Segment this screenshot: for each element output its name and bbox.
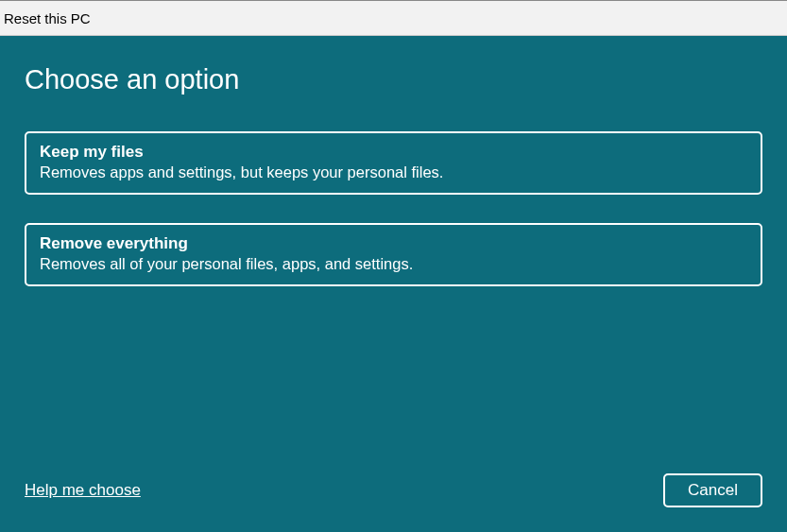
option-description: Removes all of your personal files, apps… [40,255,747,273]
content-area: Choose an option Keep my files Removes a… [0,36,787,532]
option-title: Remove everything [40,234,747,253]
page-title: Choose an option [25,64,762,95]
options-container: Keep my files Removes apps and settings,… [25,131,762,286]
cancel-button[interactable]: Cancel [663,473,762,507]
window-titlebar: Reset this PC [0,0,787,36]
option-title: Keep my files [40,143,747,162]
footer: Help me choose Cancel [25,473,762,513]
window-title: Reset this PC [4,10,91,26]
option-description: Removes apps and settings, but keeps you… [40,163,747,181]
option-remove-everything[interactable]: Remove everything Removes all of your pe… [25,223,762,286]
option-keep-my-files[interactable]: Keep my files Removes apps and settings,… [25,131,762,195]
help-me-choose-link[interactable]: Help me choose [25,481,141,500]
